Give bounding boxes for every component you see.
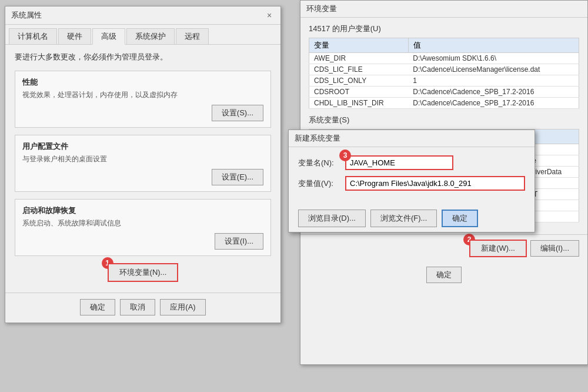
val-col-header: 值	[408, 38, 579, 53]
tab-advanced[interactable]: 高级	[92, 28, 125, 45]
var-value-row: 变量值(V):	[298, 176, 525, 191]
user-var-value: D:\Cadence\Cadence_SPB_17.2-2016	[408, 98, 579, 109]
startup-title: 启动和故障恢复	[22, 205, 263, 216]
user-profile-desc: 与登录账户相关的桌面设置	[22, 154, 263, 164]
badge-3: 3	[339, 150, 351, 161]
user-profile-title: 用户配置文件	[22, 141, 263, 152]
var-name-row: 变量名(N): 3	[298, 155, 525, 170]
var-name-label: 变量名(N):	[298, 158, 345, 168]
performance-title: 性能	[22, 77, 263, 88]
tab-remote[interactable]: 远程	[176, 28, 209, 44]
browse-file-button[interactable]: 浏览文件(F)...	[370, 210, 437, 227]
new-var-content: 变量名(N): 3 变量值(V):	[289, 147, 534, 205]
sys-props-close-button[interactable]: ×	[264, 10, 275, 21]
startup-section: 启动和故障恢复 系统启动、系统故障和调试信息 设置(I)...	[15, 199, 271, 256]
user-var-row[interactable]: CDS_LIC_ONLY1	[309, 75, 579, 87]
tab-hardware[interactable]: 硬件	[58, 28, 91, 44]
tabs-container: 计算机名 硬件 高级 系统保护 远程	[5, 25, 280, 45]
var-col-header: 变量	[309, 38, 409, 53]
sys-props-title: 系统属性	[11, 10, 42, 21]
var-name-input[interactable]	[345, 155, 453, 170]
user-var-name: AWE_DIR	[309, 53, 409, 64]
user-var-value: D:\Cadence\LicenseManager\license.dat	[408, 64, 579, 75]
env-btn-badge-wrap: 1 环境变量(N)...	[108, 263, 179, 282]
user-var-row[interactable]: CHDL_LIB_INST_DIRD:\Cadence\Cadence_SPB_…	[309, 98, 579, 109]
user-var-name: CHDL_LIB_INST_DIR	[309, 98, 409, 109]
edit-sys-var-button[interactable]: 编辑(I)...	[530, 240, 579, 257]
startup-settings-button[interactable]: 设置(I)...	[215, 233, 263, 250]
tab-system-protection[interactable]: 系统保护	[126, 28, 175, 44]
new-var-ok-button[interactable]: 确定	[442, 210, 478, 227]
environment-variables-button[interactable]: 环境变量(N)...	[108, 263, 179, 282]
user-vars-title: 14517 的用户变量(U)	[309, 24, 579, 34]
user-profile-settings-button[interactable]: 设置(E)...	[212, 169, 263, 185]
user-vars-table: 变量 值 AWE_DIRD:\Awesomium SDK\1.6.6\CDS_L…	[309, 38, 579, 109]
startup-desc: 系统启动、系统故障和调试信息	[22, 218, 263, 228]
tab-computer-name[interactable]: 计算机名	[9, 28, 57, 44]
user-var-name: CDS_LIC_ONLY	[309, 75, 409, 87]
browse-dir-button[interactable]: 浏览目录(D)...	[298, 210, 366, 227]
user-var-row[interactable]: CDSROOTD:\Cadence\Cadence_SPB_17.2-2016	[309, 87, 579, 98]
env-titlebar: 环境变量	[300, 1, 587, 18]
user-var-value: 1	[408, 75, 579, 87]
env-bottom-row: 2 新建(W)... 编辑(I)...	[300, 234, 587, 262]
env-title: 环境变量	[306, 4, 337, 13]
var-value-input[interactable]	[345, 176, 525, 191]
var-value-label: 变量值(V):	[298, 178, 345, 189]
user-var-name: CDSROOT	[309, 87, 409, 98]
sys-vars-title: 系统变量(S)	[309, 115, 579, 125]
cancel-button[interactable]: 取消	[120, 299, 155, 315]
new-btn-badge-wrap: 2 新建(W)...	[469, 240, 527, 257]
admin-notice: 要进行大多数更改，你必须作为管理员登录。	[15, 52, 271, 62]
env-ok-row: 确定	[300, 262, 587, 289]
env-ok-button[interactable]: 确定	[426, 267, 462, 283]
system-properties-window: 系统属性 × 计算机名 硬件 高级 系统保护 远程 要进行大多数更改，你必须作为…	[5, 6, 281, 323]
user-var-row[interactable]: CDS_LIC_FILED:\Cadence\LicenseManager\li…	[309, 64, 579, 75]
env-btn-row: 1 环境变量(N)...	[15, 263, 271, 282]
sys-props-bottom-buttons: 确定 取消 应用(A)	[5, 293, 280, 323]
ok-button[interactable]: 确定	[80, 299, 115, 315]
new-var-titlebar: 新建系统变量	[289, 130, 534, 147]
user-var-value: D:\Cadence\Cadence_SPB_17.2-2016	[408, 87, 579, 98]
performance-settings-button[interactable]: 设置(S)...	[212, 105, 263, 121]
new-var-btn-row: 浏览目录(D)... 浏览文件(F)... 确定	[289, 205, 534, 232]
sys-props-titlebar: 系统属性 ×	[5, 6, 280, 25]
user-var-name: CDS_LIC_FILE	[309, 64, 409, 75]
new-var-title: 新建系统变量	[295, 134, 340, 142]
performance-section: 性能 视觉效果，处理器计划，内存使用，以及虚拟内存 设置(S)...	[15, 71, 271, 128]
new-sys-var-button[interactable]: 新建(W)...	[469, 240, 527, 257]
new-system-variable-dialog: 新建系统变量 变量名(N): 3 变量值(V): 浏览目录(D)... 浏览文件…	[288, 129, 535, 232]
user-var-value: D:\Awesomium SDK\1.6.6\	[408, 53, 579, 64]
sys-props-content: 要进行大多数更改，你必须作为管理员登录。 性能 视觉效果，处理器计划，内存使用，…	[5, 45, 280, 293]
user-profile-section: 用户配置文件 与登录账户相关的桌面设置 设置(E)...	[15, 135, 271, 192]
apply-button[interactable]: 应用(A)	[160, 299, 205, 315]
user-var-row[interactable]: AWE_DIRD:\Awesomium SDK\1.6.6\	[309, 53, 579, 64]
performance-desc: 视觉效果，处理器计划，内存使用，以及虚拟内存	[22, 90, 263, 100]
